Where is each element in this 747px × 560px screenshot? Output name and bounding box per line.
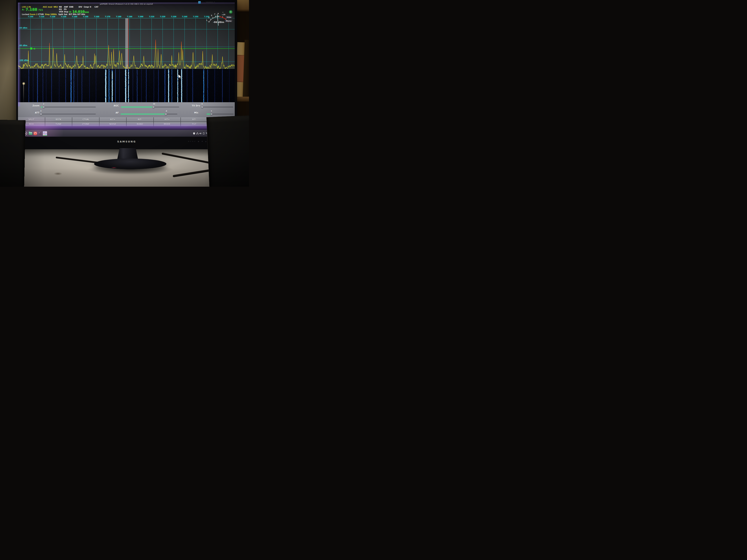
mic-slider-label: Mic	[184, 111, 199, 114]
spectrum-panel[interactable]: -60 dBm-80 dBm-100 dBm-G	[18, 18, 235, 69]
vfo-flag-snb: SNB	[69, 6, 73, 8]
window-titlebar: piHPSDR: Orion2 (Protocol 2 v2.2) 192.16…	[18, 3, 235, 5]
ruler-label-7.170: 7.170	[104, 16, 111, 18]
monitor-stand-base	[94, 159, 166, 169]
active-app-indicator	[43, 135, 47, 136]
volume-icon[interactable]	[199, 132, 202, 135]
samsung-monitor: piHPSDR: Orion2 (Protocol 2 v2.2) 192.16…	[16, 0, 237, 149]
btn-mode[interactable]: MODE	[154, 122, 181, 126]
battery-icon[interactable]	[203, 132, 205, 135]
vfo-a-frequency-sub: 721	[38, 9, 43, 11]
agc-line-label: -G	[33, 48, 35, 50]
waterfall-panel[interactable]	[18, 69, 235, 102]
vfo-flag-agc-med: AGC med	[43, 6, 52, 8]
file-manager-icon[interactable]	[29, 132, 32, 135]
vfo-flag-zoom-2: Zoom 2	[30, 14, 37, 16]
btn-ctun[interactable]: CTUN	[72, 117, 99, 122]
mic-slider-value: 0	[211, 110, 212, 112]
vfo-flag-ctun: CTUN	[38, 14, 44, 16]
speaker-right	[206, 115, 249, 187]
vfo-a-frequency: 7.188	[26, 7, 37, 12]
att-slider-value: 0	[41, 110, 42, 112]
ruler-label-7.260: 7.260	[203, 16, 210, 18]
att-slider-handle[interactable]	[40, 113, 42, 115]
terminal-icon[interactable]: $ _	[38, 132, 42, 135]
agc-slider-handle[interactable]	[152, 106, 155, 108]
vfo-flag-sat: Sat	[64, 14, 68, 16]
vfo-flag-step-100hz: Step 100Hz	[45, 14, 57, 16]
function-button-grid: SPLITBSTKCTUNRIT+RIT-XIT+XIT-FNC(1)MOXTU…	[18, 117, 235, 126]
shield-icon[interactable]	[193, 132, 195, 135]
ruler-label-7.200: 7.200	[137, 16, 144, 18]
control-sliders: Zoom2AGC58TX Drv0ATT0AF-8Mic0	[18, 102, 235, 117]
ruler-label-7.250: 7.250	[192, 16, 199, 18]
af-slider-value: -8	[165, 110, 167, 112]
tx-drv-slider-track[interactable]	[202, 107, 233, 107]
screen: piHPSDR: Orion2 (Protocol 2 v2.2) 192.16…	[18, 3, 235, 137]
minimize-button[interactable]: –	[222, 11, 224, 14]
ruler-label-7.120: 7.120	[49, 16, 56, 18]
vfo-b-label: B:	[69, 11, 72, 13]
af-slider-label: AF	[104, 111, 119, 114]
ruler-label-7.230: 7.230	[170, 16, 177, 18]
frequency-ruler[interactable]: 7.1007.1107.1207.1307.1407.1507.1607.170…	[18, 16, 235, 18]
ruler-label-7.180: 7.180	[115, 16, 122, 18]
vfo-flag-ps: PS	[64, 8, 67, 10]
btn-rit+[interactable]: RIT+	[100, 117, 126, 122]
btn-2tone[interactable]: 2TONE	[72, 122, 99, 126]
af-slider-handle[interactable]	[165, 113, 167, 115]
shelf-board	[235, 97, 249, 102]
vfo-flag-locked: Locked	[22, 14, 29, 16]
zoom-slider-track[interactable]	[41, 107, 96, 107]
network-icon[interactable]	[196, 132, 199, 135]
btn-xit-[interactable]: XIT-	[181, 117, 208, 122]
mic-slider-handle[interactable]	[210, 113, 213, 115]
btn-tune[interactable]: TUNE	[45, 122, 72, 126]
vfo-flag-cat: CAT	[95, 6, 98, 8]
btn-filt[interactable]: FILT	[181, 122, 208, 126]
btn-bstk[interactable]: BSTK	[45, 117, 72, 122]
menu-button[interactable]: Menu	[225, 20, 233, 22]
agc-slider-value: 58	[153, 103, 155, 105]
btn-band[interactable]: BAND	[127, 122, 153, 126]
taskbar: m $ _	[18, 130, 235, 137]
ruler-label-7.110: 7.110	[38, 16, 45, 18]
vfo-flag-vox: VOX	[59, 11, 63, 13]
agc-slider-label: AGC	[104, 104, 119, 107]
zoom-slider-handle[interactable]	[43, 106, 45, 108]
vfo-flag-dup: Dup	[64, 11, 68, 13]
vfo-flag-cmpr-0: Cmpr 0	[84, 6, 91, 8]
ruler-label-7.150: 7.150	[82, 16, 89, 18]
pihpsdr-taskbar-icon[interactable]	[43, 131, 47, 136]
att-slider-label: ATT	[25, 111, 40, 114]
hide-button[interactable]: Hide	[225, 16, 233, 19]
vfo-flag-xit-0hz: XIT 0Hz	[77, 14, 85, 16]
tx-drv-slider-label: TX Drv	[185, 104, 200, 107]
vfo-flag-rit-0hz: RIT 0Hz	[69, 14, 77, 16]
ruler-label-7.270: 7.270	[214, 16, 221, 18]
close-button[interactable]: x	[229, 10, 232, 14]
btn-xit+[interactable]: XIT+	[154, 117, 181, 122]
ruler-label-7.130: 7.130	[60, 16, 67, 18]
dbm-label--60: -60 dBm	[19, 27, 27, 29]
speaker-left	[0, 120, 26, 187]
ruler-label-7.210: 7.210	[148, 16, 155, 18]
tx-drv-slider-handle[interactable]	[201, 106, 203, 108]
zoom-slider-value: 2	[43, 103, 44, 105]
vfo-b-frequency-sub: 000	[85, 11, 89, 14]
vfo-flag-split: Split	[58, 14, 63, 16]
zoom-slider-label: Zoom	[25, 104, 40, 107]
contrast-ratio-label: 20000:1	[205, 1, 215, 3]
att-slider-track[interactable]	[41, 114, 96, 114]
btn-rit-[interactable]: RIT-	[127, 117, 153, 122]
dbm-label--100: -100 dBm	[19, 59, 29, 61]
btn-noise[interactable]: NOISE	[100, 122, 126, 126]
ruler-label-7.220: 7.220	[159, 16, 166, 18]
window-title: piHPSDR: Orion2 (Protocol 2 v2.2) 192.16…	[100, 3, 153, 5]
vfo-flag-div: DIV	[79, 6, 82, 8]
agc-slider-fill	[121, 107, 154, 107]
tx-drv-slider-value: 0	[202, 103, 203, 105]
firefox-icon[interactable]	[33, 132, 37, 135]
vfo-flag-nb: NB	[59, 6, 62, 8]
vfo-b-frequency: 14.010	[73, 10, 85, 14]
